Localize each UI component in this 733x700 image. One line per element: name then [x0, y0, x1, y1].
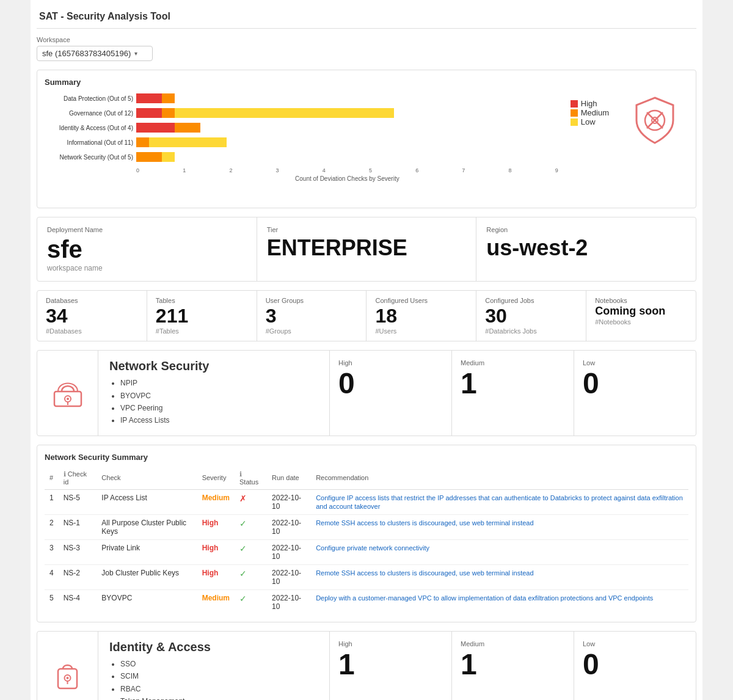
status-cell: ✗ — [235, 489, 267, 514]
table-column-header: Recommendation — [311, 467, 688, 490]
deploy-tier-label: Tier — [267, 226, 467, 233]
bar-segment-medium — [162, 108, 175, 118]
recommendation-link[interactable]: Configure IP access lists that restrict … — [316, 494, 683, 510]
stat-value: Coming soon — [595, 305, 687, 318]
identity-title: Identity & Access — [109, 640, 318, 654]
bar-row: Identity & Access (Out of 4) — [136, 122, 558, 133]
legend-area: HighMediumLow — [571, 93, 609, 126]
network-table-section: Network Security Summary #ℹ Check idChec… — [37, 445, 696, 622]
table-column-header: Run date — [267, 467, 311, 490]
bar-row: Governance (Out of 12) — [136, 108, 558, 118]
stat-value: 211 — [156, 305, 248, 327]
stat-label: User Groups — [266, 297, 358, 304]
stat-cell: User Groups 3 #Groups — [257, 291, 367, 341]
check-id: NS-5 — [59, 489, 97, 514]
stat-cell: Configured Users 18 #Users — [366, 291, 476, 341]
recommendation-cell: Remote SSH access to clusters is discour… — [311, 564, 688, 589]
table-body: 1NS-5IP Access ListMedium✗2022-10-10Conf… — [45, 489, 688, 614]
status-cell: ✓ — [235, 564, 267, 589]
recommendation-cell: Remote SSH access to clusters is discour… — [311, 514, 688, 539]
list-item: SCIM — [120, 670, 318, 682]
recommendation-link[interactable]: Remote SSH access to clusters is discour… — [316, 569, 533, 577]
severity-cell: High — [197, 539, 235, 564]
bar-label: Data Protection (Out of 5) — [42, 95, 133, 102]
deploy-region-value: us-west-2 — [486, 236, 686, 260]
stat-sub: #Databricks Jobs — [485, 327, 577, 335]
workspace-select[interactable]: sfe (1657683783405196) ▾ — [37, 46, 153, 61]
table-row: 4NS-2Job Cluster Public KeysHigh✓2022-10… — [45, 564, 688, 589]
table-row: 5NS-4BYOVPCMedium✓2022-10-10Deploy with … — [45, 589, 688, 614]
axis-label: 6 — [415, 167, 418, 173]
recommendation-link[interactable]: Deploy with a customer-managed VPC to al… — [316, 594, 653, 602]
row-num: 3 — [45, 539, 59, 564]
axis-label: 5 — [369, 167, 372, 173]
recommendation-link[interactable]: Configure private network connectivity — [316, 544, 429, 552]
list-item: SSO — [120, 658, 318, 670]
check-id: NS-3 — [59, 539, 97, 564]
stat-value: 3 — [266, 305, 358, 327]
axis-title: Count of Deviation Checks by Severity — [136, 175, 558, 182]
bar-row: Data Protection (Out of 5) — [136, 93, 558, 104]
run-date: 2022-10-10 — [267, 489, 311, 514]
list-item: Token Management — [120, 695, 318, 700]
bar-row: Informational (Out of 11) — [136, 137, 558, 148]
workspace-section: Workspace sfe (1657683783405196) ▾ — [37, 36, 696, 61]
network-low-value: 0 — [583, 369, 687, 398]
legend-item: Low — [571, 117, 609, 126]
network-medium-cell: Medium 1 — [452, 351, 574, 436]
network-medium-value: 1 — [461, 369, 565, 398]
stat-label: Notebooks — [595, 297, 687, 304]
chart-area: Data Protection (Out of 5)Governance (Ou… — [45, 93, 558, 200]
recommendation-cell: Deploy with a customer-managed VPC to al… — [311, 589, 688, 614]
run-date: 2022-10-10 — [267, 539, 311, 564]
severity-badge: Medium — [202, 494, 230, 502]
stats-row: Databases 34 #Databases Tables 211 #Tabl… — [37, 290, 696, 341]
bar-label: Network Security (Out of 5) — [42, 154, 133, 161]
run-date: 2022-10-10 — [267, 589, 311, 614]
severity-badge: High — [202, 544, 219, 552]
row-num: 5 — [45, 589, 59, 614]
check-name: Job Cluster Public Keys — [97, 564, 197, 589]
axis-label: 7 — [462, 167, 465, 173]
shield-icon-area — [621, 93, 688, 148]
bar-chart-rows: Data Protection (Out of 5)Governance (Ou… — [136, 93, 558, 162]
legend-label: Medium — [581, 108, 609, 117]
summary-section: Summary Data Protection (Out of 5)Govern… — [37, 70, 696, 208]
bar-segment-low — [175, 108, 394, 118]
network-security-card: Network Security NPIPBYOVPCVPC PeeringIP… — [37, 350, 696, 436]
run-date: 2022-10-10 — [267, 564, 311, 589]
axis-label: 3 — [276, 167, 279, 173]
legend-item: Medium — [571, 108, 609, 117]
identity-items-list: SSOSCIMRBACToken Management — [109, 658, 318, 700]
legend-label: Low — [581, 117, 596, 126]
identity-high-value: 1 — [338, 650, 443, 679]
recommendation-link[interactable]: Remote SSH access to clusters is discour… — [316, 519, 533, 527]
check-name: IP Access List — [97, 489, 197, 514]
stat-label: Tables — [156, 297, 248, 304]
bar-container — [136, 108, 394, 118]
bar-container — [136, 123, 200, 133]
bar-row: Network Security (Out of 5) — [136, 151, 558, 162]
stat-cell: Tables 211 #Tables — [147, 291, 257, 341]
status-pass-icon: ✓ — [239, 519, 247, 528]
network-low-cell: Low 0 — [574, 351, 696, 436]
list-item: RBAC — [120, 683, 318, 695]
bar-label: Informational (Out of 11) — [42, 139, 133, 146]
table-column-header: Severity — [197, 467, 235, 490]
status-pass-icon: ✓ — [239, 594, 247, 603]
identity-icon — [51, 655, 84, 692]
severity-cell: High — [197, 514, 235, 539]
legend-items: HighMediumLow — [571, 99, 609, 126]
bar-label: Identity & Access (Out of 4) — [42, 125, 133, 131]
check-id: NS-4 — [59, 589, 97, 614]
check-name: Private Link — [97, 539, 197, 564]
page-wrapper: SAT - Security Analysis Tool Workspace s… — [31, 0, 702, 700]
network-high-value: 0 — [338, 369, 443, 398]
identity-icon-cell — [37, 632, 98, 700]
identity-low-value: 0 — [583, 650, 687, 679]
legend-color — [571, 118, 578, 126]
bar-container — [136, 93, 175, 103]
svg-point-7 — [67, 398, 69, 400]
bar-segment-low — [149, 137, 227, 147]
axis-label: 9 — [555, 167, 558, 173]
